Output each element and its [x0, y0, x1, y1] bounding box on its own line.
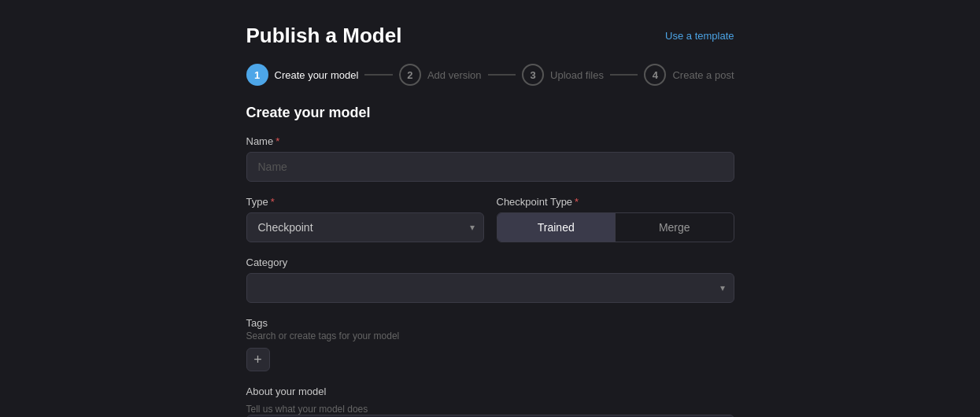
- about-label: About your model: [246, 386, 734, 397]
- category-select-wrapper: ▾: [246, 273, 734, 303]
- type-field-group: Type * Checkpoint LoRA TextualInversion …: [246, 196, 484, 242]
- header-row: Publish a Model Use a template: [246, 24, 734, 48]
- category-label: Category: [246, 256, 734, 268]
- checkpoint-type-required: *: [575, 196, 579, 208]
- checkpoint-type-toggle: Trained Merge: [497, 212, 734, 242]
- tags-sublabel: Search or create tags for your model: [246, 330, 734, 341]
- tags-label-row: Tags Search or create tags for your mode…: [246, 317, 734, 341]
- step-1[interactable]: 1 Create your model: [246, 64, 359, 86]
- step-circle-3: 3: [522, 64, 544, 86]
- page-container: Publish a Model Use a template 1 Create …: [0, 0, 980, 417]
- checkpoint-type-label: Checkpoint Type *: [497, 196, 734, 208]
- step-circle-4: 4: [644, 64, 666, 86]
- step-connector-2: [488, 74, 516, 76]
- step-label-1: Create your model: [275, 69, 359, 81]
- name-field-group: Name *: [246, 135, 734, 182]
- type-select-wrapper: Checkpoint LoRA TextualInversion Hyperne…: [246, 212, 484, 242]
- type-select[interactable]: Checkpoint LoRA TextualInversion Hyperne…: [246, 212, 484, 242]
- tags-field-group: Tags Search or create tags for your mode…: [246, 317, 734, 371]
- step-2[interactable]: 2 Add version: [399, 64, 482, 86]
- step-label-3: Upload files: [550, 69, 604, 81]
- type-required: *: [271, 196, 275, 208]
- step-label-2: Add version: [427, 69, 482, 81]
- type-row: Type * Checkpoint LoRA TextualInversion …: [246, 196, 734, 242]
- page-title: Publish a Model: [246, 24, 402, 48]
- name-label: Name *: [246, 135, 734, 147]
- checkpoint-type-field-group: Checkpoint Type * Trained Merge: [497, 196, 734, 242]
- name-required: *: [276, 135, 279, 147]
- type-label: Type *: [246, 196, 484, 208]
- step-connector-3: [610, 74, 638, 76]
- name-input[interactable]: [246, 152, 734, 182]
- about-label-row: About your model: [246, 386, 734, 397]
- step-connector-1: [364, 74, 392, 76]
- toggle-trained[interactable]: Trained: [497, 213, 616, 242]
- toggle-merge[interactable]: Merge: [616, 213, 734, 242]
- about-sublabel: Tell us what your model does: [246, 404, 368, 415]
- use-template-link[interactable]: Use a template: [665, 30, 734, 42]
- add-tag-button[interactable]: +: [246, 348, 270, 371]
- step-4[interactable]: 4 Create a post: [644, 64, 734, 86]
- section-title: Create your model: [246, 105, 734, 121]
- tags-label: Tags: [246, 317, 734, 329]
- stepper: 1 Create your model 2 Add version 3 Uplo…: [246, 64, 734, 86]
- step-label-4: Create a post: [672, 69, 734, 81]
- about-field-group: About your model Tell us what your model…: [246, 386, 734, 417]
- step-3[interactable]: 3 Upload files: [522, 64, 604, 86]
- category-select[interactable]: [246, 273, 734, 303]
- category-field-group: Category ▾: [246, 256, 734, 303]
- main-content: Publish a Model Use a template 1 Create …: [246, 16, 734, 417]
- step-circle-1: 1: [246, 64, 268, 86]
- step-circle-2: 2: [399, 64, 421, 86]
